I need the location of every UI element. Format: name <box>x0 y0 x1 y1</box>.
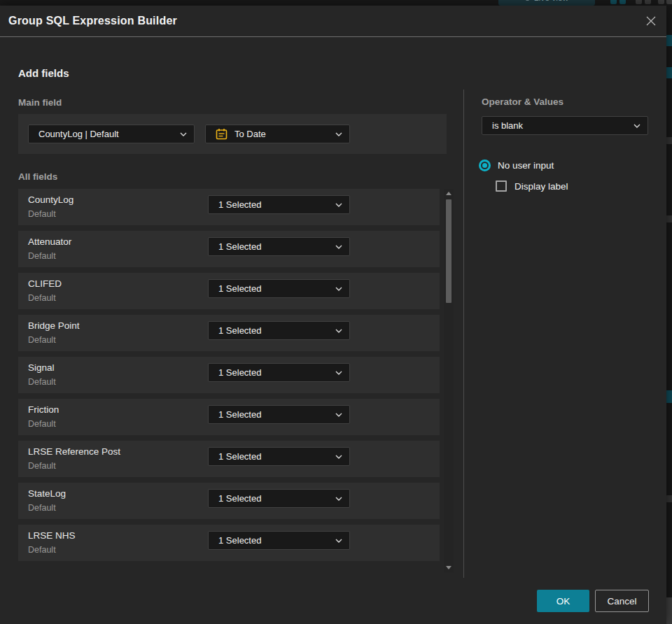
main-field-type-value: To Date <box>234 129 331 139</box>
sliver-fragment <box>666 597 672 624</box>
main-field-select[interactable]: CountyLog | Default <box>28 125 195 143</box>
field-sublabel: Default <box>28 251 56 261</box>
chevron-down-icon <box>335 497 342 501</box>
field-row: CountyLog Default 1 Selected <box>18 189 440 225</box>
field-sublabel: Default <box>28 335 56 345</box>
field-name: Signal <box>28 362 55 373</box>
add-fields-heading: Add fields <box>18 67 69 79</box>
field-sublabel: Default <box>28 377 56 387</box>
live-view-label: Live view <box>534 0 568 3</box>
field-row: Signal Default 1 Selected <box>18 357 440 393</box>
field-row: LRSE Reference Post Default 1 Selected <box>18 441 440 477</box>
sliver-fragment <box>666 390 672 403</box>
field-row: Bridge Point Default 1 Selected <box>18 315 440 351</box>
chevron-down-icon <box>180 132 187 136</box>
chevron-down-icon <box>335 455 342 459</box>
field-sublabel: Default <box>28 461 56 471</box>
field-selected-value: 1 Selected <box>218 409 331 420</box>
field-selected-dropdown[interactable]: 1 Selected <box>208 279 350 298</box>
background-app-top-strip: Live view <box>0 0 672 6</box>
field-selected-dropdown[interactable]: 1 Selected <box>208 195 350 214</box>
display-label-checkbox[interactable]: Display label <box>496 180 568 192</box>
cancel-button[interactable]: Cancel <box>595 590 649 612</box>
main-field-select-value: CountyLog | Default <box>38 129 176 139</box>
field-selected-dropdown[interactable]: 1 Selected <box>208 405 350 424</box>
chevron-down-icon <box>634 124 640 128</box>
all-fields-label: All fields <box>18 171 57 182</box>
field-selected-value: 1 Selected <box>218 535 331 546</box>
main-field-panel: CountyLog | Default To Date <box>18 114 447 154</box>
field-selected-dropdown[interactable]: 1 Selected <box>208 489 350 508</box>
chevron-down-icon <box>335 203 342 207</box>
chevron-down-icon <box>335 329 342 333</box>
field-selected-value: 1 Selected <box>218 283 331 294</box>
field-name: CountyLog <box>28 194 74 205</box>
field-name: LRSE Reference Post <box>28 446 120 457</box>
no-user-input-radio[interactable]: No user input <box>479 159 554 171</box>
operator-values-label: Operator & Values <box>482 97 564 107</box>
field-selected-dropdown[interactable]: 1 Selected <box>208 321 350 340</box>
chevron-down-icon <box>335 539 342 543</box>
field-row: Friction Default 1 Selected <box>18 399 440 435</box>
sliver-fragment <box>666 35 672 46</box>
operator-select[interactable]: is blank <box>482 116 648 135</box>
field-selected-value: 1 Selected <box>218 325 331 336</box>
field-sublabel: Default <box>28 545 56 555</box>
background-app-right-sliver <box>666 6 672 624</box>
all-fields-list: CountyLog Default 1 Selected Attenuator … <box>18 189 440 567</box>
toolbar-fragment-icon <box>636 0 642 4</box>
field-sublabel: Default <box>28 419 56 429</box>
field-selected-dropdown[interactable]: 1 Selected <box>208 447 350 466</box>
dialog-header: Group SQL Expression Builder <box>0 6 666 36</box>
field-name: Bridge Point <box>28 320 80 331</box>
field-selected-value: 1 Selected <box>218 199 331 210</box>
toolbar-fragment-icon <box>666 0 672 4</box>
field-row: LRSE NHS Default 1 Selected <box>18 525 440 561</box>
field-selected-dropdown[interactable]: 1 Selected <box>208 237 350 256</box>
column-divider <box>463 90 464 578</box>
header-divider <box>0 36 666 37</box>
sliver-fragment <box>666 215 672 222</box>
sliver-fragment <box>666 495 672 502</box>
field-name: Attenuator <box>28 236 71 247</box>
scrollbar-thumb[interactable] <box>446 199 451 303</box>
field-sublabel: Default <box>28 503 56 513</box>
group-sql-expression-builder-dialog: Group SQL Expression Builder Add fields … <box>0 6 666 624</box>
field-selected-dropdown[interactable]: 1 Selected <box>208 363 350 382</box>
toolbar-fragment-icon <box>645 0 651 4</box>
calendar-icon <box>216 128 227 140</box>
chevron-down-icon <box>335 371 342 375</box>
toolbar-fragment-icon <box>610 0 617 4</box>
radio-selected-icon <box>479 159 491 171</box>
main-field-label: Main field <box>18 97 62 108</box>
field-name: CLIFED <box>28 278 62 289</box>
live-view-dot-icon <box>525 0 530 1</box>
main-field-type-select[interactable]: To Date <box>205 125 350 143</box>
field-row: Attenuator Default 1 Selected <box>18 231 440 267</box>
live-view-tab[interactable]: Live view <box>498 0 595 6</box>
field-selected-value: 1 Selected <box>218 367 331 378</box>
display-label-text: Display label <box>514 181 568 192</box>
checkbox-unchecked-icon <box>496 180 507 192</box>
field-sublabel: Default <box>28 293 56 303</box>
no-user-input-label: No user input <box>498 160 554 171</box>
field-selected-value: 1 Selected <box>218 241 331 252</box>
chevron-down-icon <box>335 413 342 417</box>
field-selected-dropdown[interactable]: 1 Selected <box>208 531 350 550</box>
field-name: Friction <box>28 404 59 415</box>
field-row: CLIFED Default 1 Selected <box>18 273 440 309</box>
chevron-down-icon <box>335 287 342 291</box>
field-selected-value: 1 Selected <box>218 493 331 504</box>
scroll-up-icon[interactable] <box>446 192 451 195</box>
field-name: StateLog <box>28 488 66 499</box>
close-icon[interactable] <box>644 14 658 28</box>
sliver-fragment <box>666 137 672 144</box>
field-sublabel: Default <box>28 209 56 219</box>
chevron-down-icon <box>335 245 342 249</box>
scroll-down-icon[interactable] <box>446 566 451 569</box>
field-row: StateLog Default 1 Selected <box>18 483 440 519</box>
chevron-down-icon <box>335 132 342 136</box>
field-name: LRSE NHS <box>28 530 76 541</box>
all-fields-scrollbar[interactable] <box>444 189 454 572</box>
ok-button[interactable]: OK <box>537 590 589 612</box>
